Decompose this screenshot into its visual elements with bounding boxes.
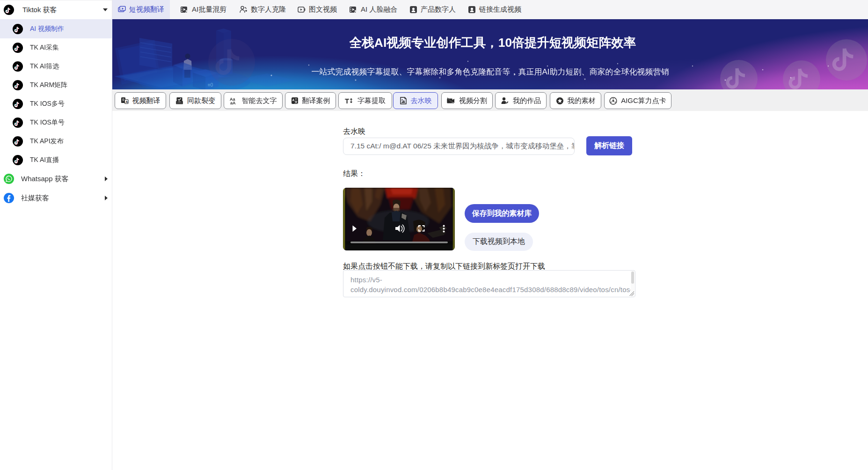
svg-text:T: T: [345, 97, 349, 104]
svg-text:A: A: [125, 100, 128, 103]
svg-text:A: A: [402, 100, 405, 103]
svg-text:≡0: ≡0: [208, 82, 213, 88]
svg-text:文: 文: [294, 100, 298, 103]
svg-text:aA: aA: [230, 101, 236, 105]
